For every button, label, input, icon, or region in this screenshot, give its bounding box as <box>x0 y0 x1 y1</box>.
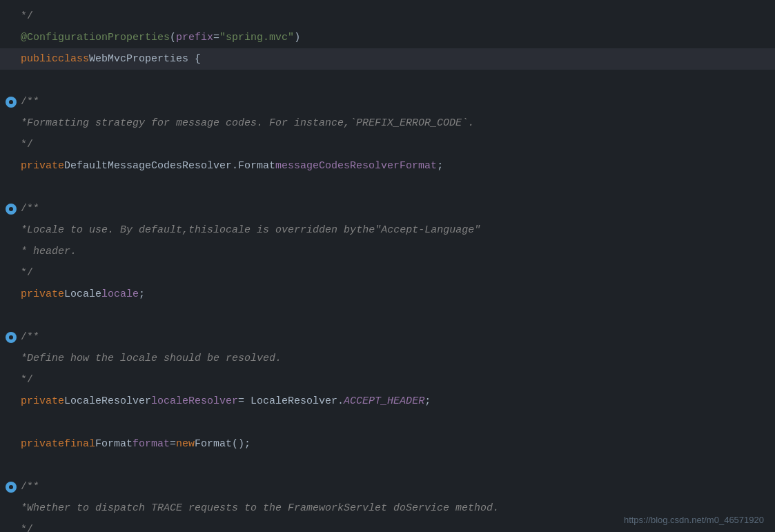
code-token: */ <box>21 6 33 26</box>
code-line: /** <box>0 91 775 112</box>
code-token: ; <box>424 391 431 411</box>
code-token: * <box>21 498 27 518</box>
code-token: * <box>21 220 27 240</box>
code-token: /** <box>21 327 39 347</box>
code-line <box>0 70 775 91</box>
code-line: public class WebMvcProperties { <box>0 48 775 70</box>
code-token: "spring.mvc" <box>219 28 294 48</box>
code-line: private LocaleResolver localeResolver = … <box>0 391 775 412</box>
code-token: prefix <box>176 28 213 48</box>
code-token: = <box>170 434 176 454</box>
gutter-icon <box>6 482 17 493</box>
code-line: * header. <box>0 241 775 262</box>
code-token: Format <box>95 434 133 454</box>
code-token: ( <box>170 28 176 48</box>
code-token: . <box>468 113 474 133</box>
code-line: * Formatting strategy for message codes.… <box>0 112 775 134</box>
code-token: locale <box>101 284 139 304</box>
code-token: * <box>21 113 27 133</box>
code-token: final <box>64 434 95 454</box>
code-token: localeResolver <box>151 391 238 411</box>
code-token: private <box>21 284 64 304</box>
code-token: new <box>176 434 195 454</box>
code-token: public <box>21 49 58 69</box>
code-line: /** <box>0 476 775 497</box>
code-token: */ <box>21 520 33 532</box>
code-token: locale is overridden by <box>213 220 356 240</box>
code-token: WebMvcProperties { <box>89 49 201 69</box>
code-line: @ConfigurationProperties(prefix = "sprin… <box>0 27 775 48</box>
code-line <box>0 305 775 326</box>
gutter-icon <box>6 332 17 343</box>
code-token: ; <box>437 156 443 176</box>
code-token: /** <box>21 199 39 219</box>
code-token: LocaleResolver <box>64 391 151 411</box>
gutter-icon <box>6 204 17 215</box>
code-token: @ConfigurationProperties <box>21 28 170 48</box>
code-token: Format(); <box>195 434 251 454</box>
code-line: */ <box>0 369 775 391</box>
code-line: private DefaultMessageCodesResolver.Form… <box>0 155 775 177</box>
code-token: /** <box>21 477 39 497</box>
code-token: ; <box>139 284 145 304</box>
code-token: DefaultMessageCodesResolver.Format <box>64 156 275 176</box>
code-line <box>0 177 775 198</box>
code-token: = <box>213 28 219 48</box>
code-token: class <box>58 49 89 69</box>
watermark: https://blog.csdn.net/m0_46571920 <box>624 515 764 525</box>
code-line: private Locale locale; <box>0 284 775 305</box>
code-token: */ <box>21 370 33 390</box>
code-token: ACCEPT_HEADER <box>344 391 424 411</box>
code-token: * header. <box>21 242 77 262</box>
code-token: format <box>133 434 170 454</box>
code-token: = LocaleResolver. <box>238 391 344 411</box>
code-token: Whether to dispatch TRACE requests to th… <box>27 498 499 518</box>
code-token: /** <box>21 92 39 112</box>
code-token: * <box>21 348 27 368</box>
code-line: /** <box>0 326 775 348</box>
code-line: * Locale to use. By default, this locale… <box>0 219 775 241</box>
code-token: `PREFIX_ERROR_CODE` <box>350 113 468 133</box>
code-line: */ <box>0 6 775 27</box>
code-token: */ <box>21 263 33 283</box>
code-token: "Accept-Language" <box>375 220 480 240</box>
code-token: Locale <box>64 284 101 304</box>
code-token: messageCodesResolverFormat <box>275 156 437 176</box>
code-token: private <box>21 391 64 411</box>
code-token: Define how the locale should be resolved… <box>27 348 282 368</box>
code-token: the <box>356 220 375 240</box>
code-line: */ <box>0 262 775 284</box>
code-token: this <box>188 220 213 240</box>
code-token: private <box>21 434 64 454</box>
gutter-icon <box>6 97 17 108</box>
code-content: */@ConfigurationProperties(prefix = "spr… <box>0 0 775 532</box>
code-viewer: */@ConfigurationProperties(prefix = "spr… <box>0 0 775 532</box>
code-line: */ <box>0 134 775 155</box>
code-token: private <box>21 156 64 176</box>
code-line <box>0 412 775 433</box>
code-token: Formatting strategy for message codes. F… <box>27 113 350 133</box>
code-token: ) <box>294 28 300 48</box>
code-token: Locale to use. By default, <box>27 220 188 240</box>
code-token: */ <box>21 135 33 155</box>
code-line: /** <box>0 198 775 219</box>
code-line: * Define how the locale should be resolv… <box>0 348 775 369</box>
code-line: private final Format format = new Format… <box>0 433 775 455</box>
code-line <box>0 455 775 476</box>
